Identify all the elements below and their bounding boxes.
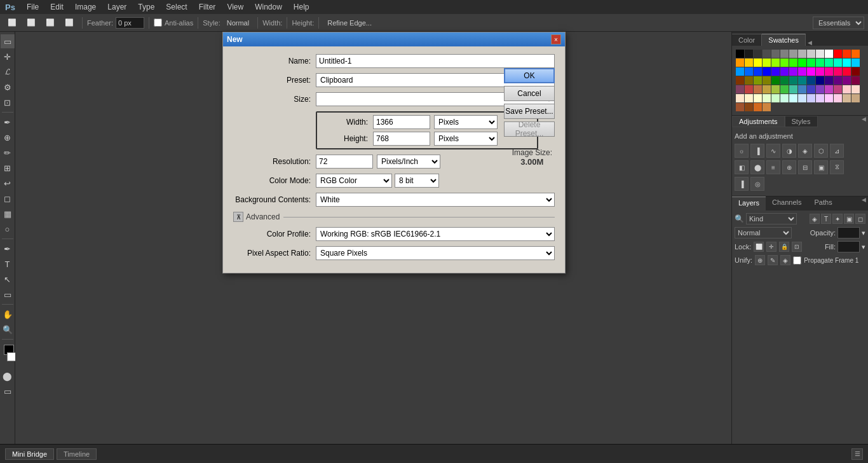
menu-layer[interactable]: Layer xyxy=(102,1,132,13)
marquee-tool-btn[interactable]: ⬜ xyxy=(4,17,20,29)
gradient-tool[interactable]: ▦ xyxy=(1,207,15,221)
swatch-item[interactable] xyxy=(816,94,824,102)
swatch-item[interactable] xyxy=(754,67,762,76)
swatch-item[interactable] xyxy=(798,94,806,102)
pen-tool[interactable]: ✒ xyxy=(1,242,15,256)
gradient-map-icon[interactable]: ▐ xyxy=(735,177,749,191)
colorbalance-icon[interactable]: ⊿ xyxy=(830,144,844,158)
swatch-item[interactable] xyxy=(825,67,833,76)
swatch-item[interactable] xyxy=(851,85,860,93)
background-color[interactable] xyxy=(7,352,16,361)
menu-filter[interactable]: Filter xyxy=(194,1,221,13)
bw-icon[interactable]: ◧ xyxy=(735,160,749,174)
swatch-item[interactable] xyxy=(843,94,851,102)
swatch-item[interactable] xyxy=(736,59,744,67)
menu-image[interactable]: Image xyxy=(70,1,101,13)
swatch-item[interactable] xyxy=(763,85,771,93)
swatch-item[interactable] xyxy=(763,103,771,111)
swatch-item[interactable] xyxy=(834,94,842,102)
quick-mask-btn[interactable]: ⬤ xyxy=(1,369,15,383)
brightness-icon[interactable]: ☼ xyxy=(735,144,749,158)
swatch-item[interactable] xyxy=(789,76,797,85)
swatch-item[interactable] xyxy=(843,67,851,76)
path-select-tool[interactable]: ↖ xyxy=(1,272,15,286)
swatch-item[interactable] xyxy=(745,76,753,85)
vibrance-icon[interactable]: ◈ xyxy=(798,144,812,158)
swatch-item[interactable] xyxy=(736,85,744,93)
menu-view[interactable]: View xyxy=(222,1,248,13)
resolution-unit-select[interactable]: Pixels/Inch xyxy=(377,155,440,169)
swatch-item[interactable] xyxy=(834,59,842,67)
swatch-item[interactable] xyxy=(763,94,771,102)
quick-select-tool[interactable]: ⚙ xyxy=(1,80,15,94)
lock-pixels-btn[interactable]: ⬜ xyxy=(754,242,764,252)
style-select[interactable]: Normal xyxy=(223,17,253,29)
swatch-item[interactable] xyxy=(798,50,806,58)
swatch-item[interactable] xyxy=(771,50,780,58)
swatch-item[interactable] xyxy=(851,94,860,102)
swatch-item[interactable] xyxy=(736,94,744,102)
menu-window[interactable]: Window xyxy=(250,1,287,13)
swatch-item[interactable] xyxy=(745,85,753,93)
levels-icon[interactable]: ▐ xyxy=(750,144,764,158)
lock-move-btn[interactable]: ✛ xyxy=(766,242,776,252)
delete-preset-button[interactable]: Delete Preset... xyxy=(504,121,555,137)
swatch-item[interactable] xyxy=(780,67,789,76)
swatch-item[interactable] xyxy=(789,94,797,102)
swatch-item[interactable] xyxy=(780,59,789,67)
dialog-close-button[interactable]: × xyxy=(551,34,561,45)
swatch-item[interactable] xyxy=(825,50,833,58)
swatch-item[interactable] xyxy=(851,67,860,76)
layer-filter-icon5[interactable]: ◻ xyxy=(855,214,865,224)
adj-panel-arrow[interactable]: ◀ xyxy=(860,116,868,127)
height-input[interactable] xyxy=(373,132,430,146)
swatch-item[interactable] xyxy=(745,103,753,111)
unify-btn1[interactable]: ⊕ xyxy=(755,255,765,265)
feather-input[interactable] xyxy=(116,17,144,29)
swatch-item[interactable] xyxy=(816,59,824,67)
swatch-item[interactable] xyxy=(825,59,833,67)
marquee-tool[interactable]: ▭ xyxy=(1,34,15,48)
healing-tool[interactable]: ⊕ xyxy=(1,130,15,144)
tab-paths[interactable]: Paths xyxy=(808,197,839,211)
swatch-item[interactable] xyxy=(763,67,771,76)
swatch-item[interactable] xyxy=(843,85,851,93)
menu-type[interactable]: Type xyxy=(133,1,159,13)
menu-edit[interactable]: Edit xyxy=(45,1,69,13)
swatch-item[interactable] xyxy=(736,76,744,85)
swatch-item[interactable] xyxy=(807,59,815,67)
eyedropper-tool[interactable]: ✒ xyxy=(1,115,15,129)
swatch-item[interactable] xyxy=(807,76,815,85)
swatch-item[interactable] xyxy=(807,94,815,102)
swatch-item[interactable] xyxy=(798,85,806,93)
swatch-item[interactable] xyxy=(763,76,771,85)
tab-color[interactable]: Color xyxy=(732,34,762,46)
anti-alias-checkbox[interactable] xyxy=(154,18,162,27)
swatch-item[interactable] xyxy=(851,76,860,85)
swatch-item[interactable] xyxy=(771,59,780,67)
marquee-option2[interactable]: ⬜ xyxy=(42,17,58,29)
move-tool[interactable]: ✛ xyxy=(1,50,15,64)
swatch-item[interactable] xyxy=(789,85,797,93)
swatch-item[interactable] xyxy=(780,85,789,93)
crop-tool[interactable]: ⊡ xyxy=(1,95,15,109)
swatch-item[interactable] xyxy=(825,76,833,85)
hand-tool[interactable]: ✋ xyxy=(1,307,15,321)
swatch-item[interactable] xyxy=(807,85,815,93)
swatch-item[interactable] xyxy=(834,76,842,85)
brush-tool[interactable]: ✏ xyxy=(1,146,15,160)
unify-btn3[interactable]: ◈ xyxy=(780,255,790,265)
swatch-item[interactable] xyxy=(798,59,806,67)
tab-channels[interactable]: Channels xyxy=(766,197,808,211)
layer-filter-icon1[interactable]: ◈ xyxy=(810,214,820,224)
swatch-item[interactable] xyxy=(851,50,860,58)
swatch-item[interactable] xyxy=(816,67,824,76)
threshold-icon[interactable]: ⧖ xyxy=(830,160,844,174)
screen-mode-btn[interactable]: ▭ xyxy=(1,384,15,398)
swatch-item[interactable] xyxy=(807,50,815,58)
menu-help[interactable]: Help xyxy=(288,1,315,13)
tab-adjustments[interactable]: Adjustments xyxy=(732,116,785,127)
swatch-item[interactable] xyxy=(789,67,797,76)
photo-filter-icon[interactable]: ⬤ xyxy=(750,160,764,174)
dodge-tool[interactable]: ○ xyxy=(1,222,15,236)
